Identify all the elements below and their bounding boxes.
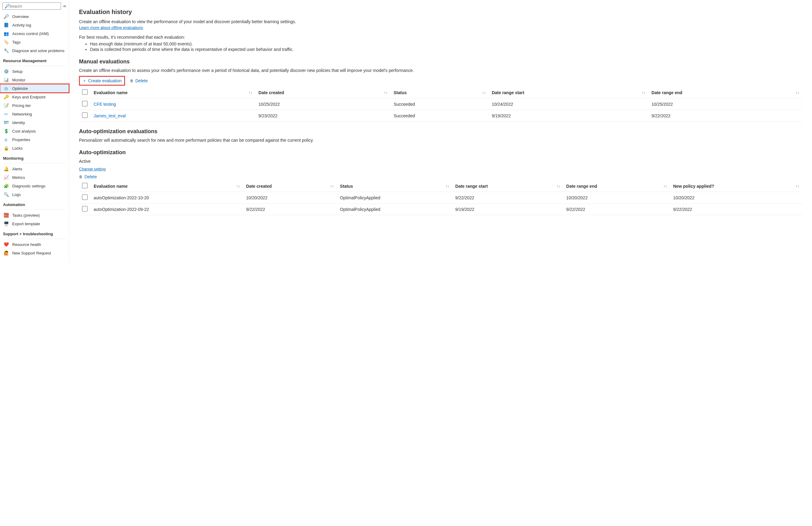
sort-icon[interactable]: ↑↓ [664, 184, 667, 188]
column-header[interactable]: Status↑↓ [337, 180, 452, 192]
autoopt-heading: Auto-optimization [79, 149, 802, 156]
sidebar-item-label: Identity [12, 120, 25, 125]
table-cell: 10/25/2022 [255, 99, 390, 110]
checkbox-all[interactable] [82, 183, 88, 188]
sort-icon[interactable]: ↑↓ [556, 184, 560, 188]
sidebar-item-tags[interactable]: 🏷️ Tags [0, 38, 69, 46]
nav-icon: 🔎 [4, 14, 9, 19]
evaluation-link[interactable]: James_test_eval [93, 114, 126, 118]
nav-icon: 📝 [4, 103, 9, 108]
column-header[interactable]: Date range end↑↓ [649, 87, 802, 99]
table-cell: 9/23/2022 [255, 110, 390, 122]
sidebar-item-optimize[interactable]: ◎ Optimize [0, 84, 69, 93]
column-header[interactable]: Date created↑↓ [243, 180, 337, 192]
main-content: Evaluation history Create an offline eva… [69, 0, 812, 263]
table-cell: 9/22/2022 [649, 110, 802, 122]
sidebar-item-resource-health[interactable]: ❤️ Resource health [0, 240, 69, 249]
checkbox-row[interactable] [82, 101, 88, 106]
column-header[interactable]: Date range end↑↓ [563, 180, 670, 192]
column-header[interactable]: Date range start↑↓ [489, 87, 649, 99]
sidebar-item-properties[interactable]: ⫼ Properties [0, 135, 69, 144]
sidebar-item-logs[interactable]: 🔍 Logs [0, 190, 69, 199]
nav-icon: 📊 [4, 77, 9, 82]
sort-icon[interactable]: ↑↓ [249, 91, 252, 95]
sidebar-item-metrics[interactable]: 📈 Metrics [0, 173, 69, 182]
sidebar-item-networking[interactable]: ⇿ Networking [0, 110, 69, 118]
column-header[interactable]: Evaluation name↑↓ [91, 87, 255, 99]
sidebar-item-alerts[interactable]: 🔔 Alerts [0, 165, 69, 173]
sidebar-item-diagnose-and-solve-problems[interactable]: 🔧 Diagnose and solve problems [0, 46, 69, 55]
table-cell: 10/20/2022 [563, 192, 670, 204]
nav-icon: 💲 [4, 129, 9, 134]
sidebar-item-locks[interactable]: 🔒 Locks [0, 144, 69, 152]
plus-icon: ＋ [82, 78, 86, 84]
sidebar-item-label: Export template [12, 222, 40, 226]
sidebar-section-header: Automation [0, 199, 69, 209]
nav-icon: 🧱 [4, 213, 9, 217]
table-cell: OptimalPolicyApplied [337, 192, 452, 204]
sidebar-item-label: Optimize [12, 86, 28, 91]
sort-icon[interactable]: ↑↓ [482, 91, 485, 95]
sort-icon[interactable]: ↑↓ [330, 184, 334, 188]
sidebar-item-overview[interactable]: 🔎 Overview [0, 12, 69, 21]
sort-icon[interactable]: ↑↓ [796, 184, 799, 188]
sidebar-item-access-control-iam-[interactable]: 👥 Access control (IAM) [0, 29, 69, 38]
collapse-sidebar-icon[interactable]: ≪ [63, 4, 67, 8]
nav-icon: 🪪 [4, 120, 9, 125]
sidebar-item-monitor[interactable]: 📊 Monitor [0, 76, 69, 84]
sidebar-item-new-support-request[interactable]: 🙋 New Support Request [0, 249, 69, 257]
sidebar-item-keys-and-endpoint[interactable]: 🔑 Keys and Endpoint [0, 93, 69, 101]
sidebar-item-label: Metrics [12, 175, 25, 180]
sidebar-item-export-template[interactable]: 🖥️ Export template [0, 220, 69, 228]
sidebar-item-label: Cost analysis [12, 129, 36, 134]
sidebar-item-label: Diagnostic settings [12, 184, 45, 188]
table-row: James_test_eval9/23/2022Succeeded9/19/20… [79, 110, 802, 122]
sidebar-item-tasks-preview-[interactable]: 🧱 Tasks (preview) [0, 211, 69, 220]
sort-icon[interactable]: ↑↓ [446, 184, 449, 188]
column-header[interactable]: Date created↑↓ [255, 87, 390, 99]
tips-list: Has enough data (minimum of at least 50,… [90, 42, 802, 52]
change-setting-link[interactable]: Change setting [79, 167, 105, 171]
sidebar-item-pricing-tier[interactable]: 📝 Pricing tier [0, 101, 69, 110]
column-header[interactable]: Status↑↓ [390, 87, 489, 99]
table-cell: Succeeded [390, 110, 489, 122]
tip-item: Has enough data (minimum of at least 50,… [90, 42, 802, 46]
manual-heading: Manual evaluations [79, 59, 802, 65]
learn-more-link[interactable]: Learn more about offline evaluations [79, 25, 143, 30]
checkbox-row[interactable] [82, 112, 88, 118]
column-header[interactable]: New policy applied?↑↓ [670, 180, 802, 192]
checkbox-all[interactable] [82, 89, 88, 95]
sidebar-item-identity[interactable]: 🪪 Identity [0, 118, 69, 127]
sidebar-item-setup[interactable]: ⚙️ Setup [0, 67, 69, 76]
tip-item: Data is collected from periods of time w… [90, 47, 802, 52]
search-input[interactable] [10, 4, 59, 9]
manual-evaluations-table: Evaluation name↑↓Date created↑↓Status↑↓D… [79, 87, 802, 122]
sidebar-section-header: Monitoring [0, 152, 69, 162]
checkbox-row[interactable] [82, 194, 88, 200]
sidebar-item-diagnostic-settings[interactable]: 🧩 Diagnostic settings [0, 182, 69, 190]
sidebar-item-activity-log[interactable]: 📘 Activity log [0, 21, 69, 29]
page-title: Evaluation history [79, 9, 802, 16]
trash-icon: 🗑 [79, 175, 83, 179]
table-cell: autoOptimization-2022-10-20 [91, 192, 243, 204]
table-cell: 9/22/2022 [563, 204, 670, 215]
sidebar-section-header: Resource Management [0, 55, 69, 65]
nav-icon: 🔧 [4, 48, 9, 53]
checkbox-row[interactable] [82, 206, 88, 211]
nav-icon: ❤️ [4, 242, 9, 247]
delete-evaluation-button[interactable]: 🗑 Delete [130, 78, 148, 83]
sidebar-item-cost-analysis[interactable]: 💲 Cost analysis [0, 127, 69, 135]
search-box[interactable]: 🔎 [2, 2, 61, 10]
table-cell: 9/19/2022 [489, 110, 649, 122]
sort-icon[interactable]: ↑↓ [642, 91, 646, 95]
column-header[interactable]: Date range start↑↓ [452, 180, 563, 192]
create-evaluation-button[interactable]: ＋ Create evaluation [79, 76, 125, 86]
sort-icon[interactable]: ↑↓ [236, 184, 240, 188]
sort-icon[interactable]: ↑↓ [384, 91, 387, 95]
nav-icon: 🔒 [4, 146, 9, 151]
sort-icon[interactable]: ↑↓ [796, 91, 799, 95]
sidebar-item-label: Tasks (preview) [12, 213, 40, 217]
column-header[interactable]: Evaluation name↑↓ [91, 180, 243, 192]
evaluation-link[interactable]: CFE testing [93, 102, 116, 107]
delete-autoopt-button[interactable]: 🗑 Delete [79, 174, 97, 179]
